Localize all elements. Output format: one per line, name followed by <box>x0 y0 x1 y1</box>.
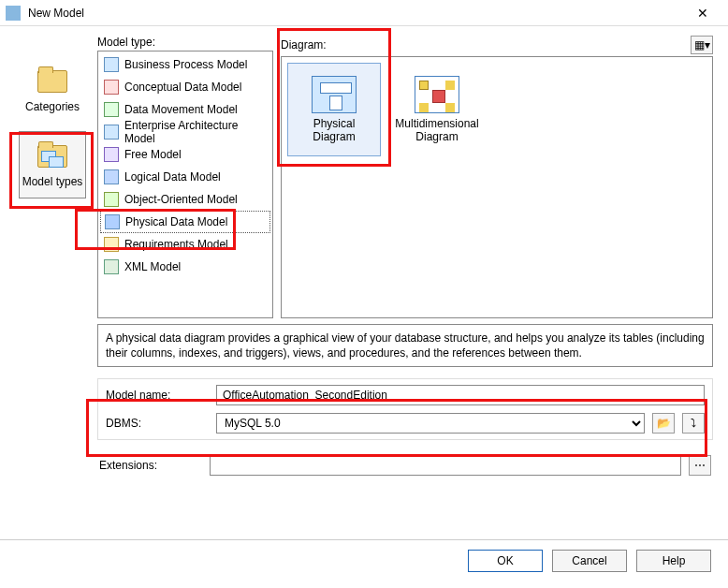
diagram-item[interactable]: Multidimensional Diagram <box>390 63 484 156</box>
model-type-list[interactable]: Business Process ModelConceptual Data Mo… <box>97 51 273 318</box>
rq-icon <box>104 237 119 252</box>
arrow-in-icon: ⤵ <box>691 417 696 430</box>
extensions-browse-button[interactable]: ⋯ <box>689 455 711 476</box>
model-type-item-label: Logical Data Model <box>124 170 221 184</box>
sidebar-item-label: Model types <box>22 175 83 188</box>
dbms-select[interactable]: MySQL 5.0 <box>216 413 645 434</box>
diagram-item-label: Multidimensional Diagram <box>395 117 479 143</box>
xm-icon <box>104 259 119 274</box>
diagram-column: Diagram: ▦▾ Physical DiagramMultidimensi… <box>281 36 713 318</box>
model-form: Model name: DBMS: MySQL 5.0 📂 ⤵ <box>97 378 713 440</box>
model-type-item-label: Physical Data Model <box>125 215 227 228</box>
model-type-item-label: Data Movement Model <box>124 103 238 116</box>
extensions-form: Extensions: ⋯ <box>97 451 713 479</box>
ld-icon <box>104 169 119 184</box>
dialog-content: Categories Model types Model type: Busin… <box>0 26 728 539</box>
chevron-down-icon: ▾ <box>705 38 710 51</box>
extensions-label: Extensions: <box>99 459 202 472</box>
sidebar-item-model-types[interactable]: Model types <box>19 131 86 198</box>
description-box: A physical data diagram provides a graph… <box>97 324 713 367</box>
top-row: Model type: Business Process ModelConcep… <box>97 36 713 318</box>
oo-icon <box>104 192 119 207</box>
model-name-label: Model name: <box>106 389 209 402</box>
model-type-item[interactable]: Free Model <box>100 143 270 166</box>
fm-icon <box>104 147 119 162</box>
model-type-item[interactable]: Enterprise Architecture Model <box>100 121 270 143</box>
model-type-item[interactable]: Requirements Model <box>100 233 270 256</box>
multi-diagram-icon <box>415 76 459 113</box>
view-mode-button[interactable]: ▦▾ <box>691 36 713 54</box>
ea-icon <box>104 125 119 140</box>
model-type-item-label: Conceptual Data Model <box>124 81 241 94</box>
help-button[interactable]: Help <box>636 550 711 572</box>
bp-icon <box>104 57 119 72</box>
diagram-item[interactable]: Physical Diagram <box>287 63 381 156</box>
model-name-row: Model name: <box>106 385 705 405</box>
model-type-item[interactable]: Physical Data Model <box>100 211 270 233</box>
main-column: Model type: Business Process ModelConcep… <box>97 36 713 530</box>
titlebar: New Model ✕ <box>0 0 728 26</box>
model-type-item-label: Object-Oriented Model <box>124 193 238 206</box>
model-type-item-label: XML Model <box>124 260 181 273</box>
model-type-item[interactable]: Conceptual Data Model <box>100 76 270 98</box>
cd-icon <box>104 80 119 95</box>
model-type-item[interactable]: Object-Oriented Model <box>100 188 270 211</box>
folder-open-icon: 📂 <box>657 417 671 430</box>
diagram-panel[interactable]: Physical DiagramMultidimensional Diagram <box>281 56 713 318</box>
app-icon <box>6 6 21 21</box>
model-type-column: Model type: Business Process ModelConcep… <box>97 36 273 318</box>
diagram-item-label: Physical Diagram <box>292 117 376 143</box>
model-type-item-label: Requirements Model <box>124 238 228 251</box>
phys-diagram-icon <box>312 76 357 113</box>
model-name-input[interactable] <box>216 385 705 405</box>
model-type-item[interactable]: XML Model <box>100 256 270 278</box>
diagram-label: Diagram: ▦▾ <box>281 36 713 54</box>
model-type-label: Model type: <box>97 36 273 49</box>
dbms-label: DBMS: <box>106 417 209 430</box>
model-type-item[interactable]: Logical Data Model <box>100 166 270 188</box>
ok-button[interactable]: OK <box>468 550 543 572</box>
model-type-item[interactable]: Business Process Model <box>100 53 270 76</box>
dbms-import-button[interactable]: ⤵ <box>682 413 705 434</box>
cancel-button[interactable]: Cancel <box>552 550 627 572</box>
folder-icon <box>36 66 69 96</box>
sidebar-item-categories[interactable]: Categories <box>19 56 86 124</box>
dm-icon <box>104 102 119 117</box>
model-type-item-label: Business Process Model <box>124 58 247 71</box>
grid-icon: ▦ <box>694 38 705 51</box>
category-sidebar: Categories Model types <box>15 36 90 530</box>
description-text: A physical data diagram provides a graph… <box>106 331 705 360</box>
extensions-row: Extensions: ⋯ <box>99 455 711 476</box>
model-type-item[interactable]: Data Movement Model <box>100 98 270 121</box>
list-icon: ⋯ <box>694 459 706 472</box>
dialog-footer: OK Cancel Help <box>0 539 728 581</box>
extensions-input[interactable] <box>210 455 681 476</box>
close-icon[interactable]: ✕ <box>683 0 722 26</box>
pd-icon <box>105 214 120 229</box>
model-types-icon <box>36 141 69 171</box>
sidebar-item-label: Categories <box>25 100 80 113</box>
model-type-item-label: Free Model <box>124 148 182 161</box>
window-title: New Model <box>28 7 683 20</box>
model-type-item-label: Enterprise Architecture Model <box>124 119 267 145</box>
dbms-browse-button[interactable]: 📂 <box>652 413 675 434</box>
dbms-row: DBMS: MySQL 5.0 📂 ⤵ <box>106 413 705 434</box>
